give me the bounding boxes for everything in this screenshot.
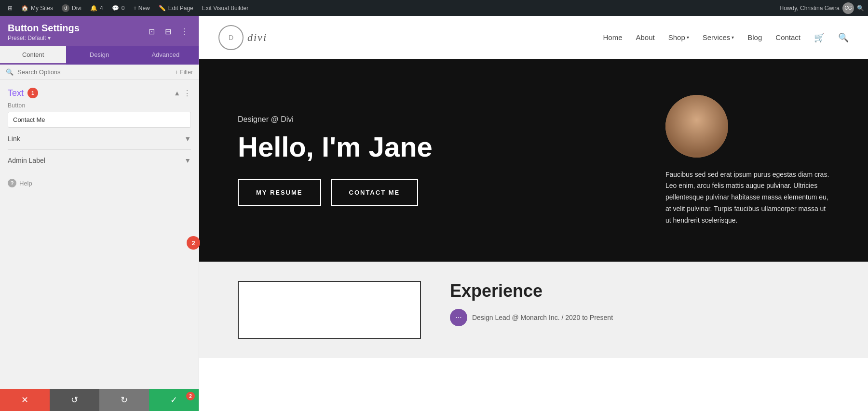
button-settings-panel: Button Settings Preset: Default ⊡ ⊟ ⋮ Co… [0,16,199,411]
divi-btn[interactable]: d Divi [58,0,85,16]
filter-button[interactable]: + Filter [175,69,193,76]
admin-label-section: Admin Label ▼ [8,149,191,171]
text-section-title: Text [8,88,24,98]
search-admin-icon[interactable]: 🔍 [857,5,864,12]
text-more-btn[interactable]: ⋮ [183,89,191,98]
wp-admin-bar: ⊞ 🏠 My Sites d Divi 🔔 4 💬 0 + New ✏️ Edi… [0,0,868,16]
experience-right: Experience ··· Design Lead @ Monarch Inc… [450,281,829,339]
hero-description: Faucibus sed sed erat ipsum purus egesta… [665,169,829,226]
search-options-icon: 🔍 [6,68,14,76]
hero-avatar-image [665,95,728,158]
text-section-title-row: Text 1 [8,88,38,98]
experience-purple-icon: ··· [450,309,467,326]
exit-builder-btn[interactable]: Exit Visual Builder [198,0,253,16]
redo-button[interactable]: ↻ [99,389,149,411]
hero-buttons: MY RESUME CONTACT ME [238,179,646,206]
search-bar: 🔍 + Filter [0,65,199,80]
my-sites-btn[interactable]: 🏠 My Sites [17,0,57,16]
panel-title: Button Settings [8,23,80,34]
admin-label-title: Admin Label [8,157,45,164]
my-resume-button[interactable]: MY RESUME [238,179,321,206]
website-preview: D divi Home About Shop ▾ Services ▾ Blog… [199,16,868,411]
hero-right: Faucibus sed sed erat ipsum purus egesta… [646,95,829,226]
help-row[interactable]: ? Help [8,171,191,191]
hero-left: Designer @ Divi Hello, I'm Jane MY RESUM… [238,115,646,206]
tab-advanced[interactable]: Advanced [133,46,199,65]
search-options-input[interactable] [17,68,171,76]
step-2-badge: 2 [187,236,200,250]
cancel-icon: ✕ [21,395,28,405]
save-button[interactable]: ✓ 2 [149,389,199,411]
menu-item-blog[interactable]: Blog [747,33,762,41]
menu-item-about[interactable]: About [636,33,654,41]
menu-item-contact[interactable]: Contact [775,33,800,41]
site-navigation: D divi Home About Shop ▾ Services ▾ Blog… [199,16,868,59]
columns-icon[interactable]: ⊟ [161,25,175,38]
expand-icon[interactable]: ⊡ [145,25,158,38]
text-section-header: Text 1 ▲ ⋮ [8,80,191,102]
save-icon: ✓ [170,395,177,405]
hero-subtitle: Designer @ Divi [238,115,646,124]
panel-header: Button Settings Preset: Default ⊡ ⊟ ⋮ [0,16,199,46]
button-field-label: Button [8,102,191,109]
menu-item-shop[interactable]: Shop ▾ [668,33,689,41]
undo-button[interactable]: ↺ [50,389,99,411]
new-btn[interactable]: + New [129,0,153,16]
comments-btn[interactable]: 🔔 4 [86,0,107,16]
shop-chevron-icon: ▾ [687,35,689,40]
experience-section: Experience ··· Design Lead @ Monarch Inc… [199,262,868,358]
tab-content[interactable]: Content [0,46,66,65]
more-options-icon[interactable]: ⋮ [177,25,191,38]
wp-icon-btn[interactable]: ⊞ [4,0,16,16]
text-section-actions: ▲ ⋮ [174,89,191,98]
comment-count-icon: 🔔 [90,5,97,12]
help-label: Help [19,180,32,187]
logo-circle-icon: D [218,25,244,50]
experience-job-row: ··· Design Lead @ Monarch Inc. / 2020 to… [450,309,829,326]
wordpress-icon: ⊞ [8,5,13,12]
panel-tabs: Content Design Advanced [0,46,199,65]
text-badge: 1 [27,88,38,98]
panel-content: Text 1 ▲ ⋮ Button Link ▼ [0,80,199,389]
comment-zero-icon: 💬 [112,5,119,12]
undo-icon: ↺ [71,395,78,405]
avatar-inner [665,95,728,158]
hero-section: Designer @ Divi Hello, I'm Jane MY RESUM… [199,59,868,262]
site-search-icon[interactable]: 🔍 [838,32,849,43]
divi-icon: d [62,4,69,12]
edit-page-btn[interactable]: ✏️ Edit Page [155,0,197,16]
link-chevron-btn[interactable]: ▼ [184,135,191,143]
cancel-button[interactable]: ✕ [0,389,50,411]
tab-design[interactable]: Design [66,46,132,65]
services-chevron-icon: ▾ [732,35,734,40]
admin-label-chevron-btn[interactable]: ▼ [184,157,191,164]
button-field: Button [8,102,191,128]
redo-icon: ↻ [121,395,128,405]
panel-preset[interactable]: Preset: Default [8,35,80,41]
contact-me-button[interactable]: CONTACT ME [331,179,419,206]
logo-text: divi [247,31,267,44]
edit-icon: ✏️ [159,5,166,12]
panel-bottom-toolbar: ✕ ↺ ↻ ✓ 2 [0,389,199,411]
site-logo: D divi [218,25,603,50]
text-collapse-btn[interactable]: ▲ [174,89,180,97]
save-count-badge: 2 [186,392,195,400]
button-text-input[interactable] [8,112,191,128]
link-section-header[interactable]: Link ▼ [8,135,191,143]
cart-icon[interactable]: 🛒 [814,32,825,43]
sites-icon: 🏠 [21,5,28,12]
user-avatar: CG [842,2,854,14]
main-layout: Button Settings Preset: Default ⊡ ⊟ ⋮ Co… [0,16,868,411]
comment-zero-btn[interactable]: 💬 0 [108,0,129,16]
experience-title: Experience [450,281,829,301]
link-section: Link ▼ [8,128,191,149]
menu-item-services[interactable]: Services ▾ [703,33,734,41]
site-menu: Home About Shop ▾ Services ▾ Blog Contac… [603,32,849,43]
hero-title: Hello, I'm Jane [238,132,646,162]
experience-left-panel [238,281,421,339]
experience-job-text: Design Lead @ Monarch Inc. / 2020 to Pre… [472,314,613,321]
menu-item-home[interactable]: Home [603,33,622,41]
admin-label-header[interactable]: Admin Label ▼ [8,157,191,164]
help-icon: ? [8,179,16,187]
link-label: Link [8,135,20,143]
